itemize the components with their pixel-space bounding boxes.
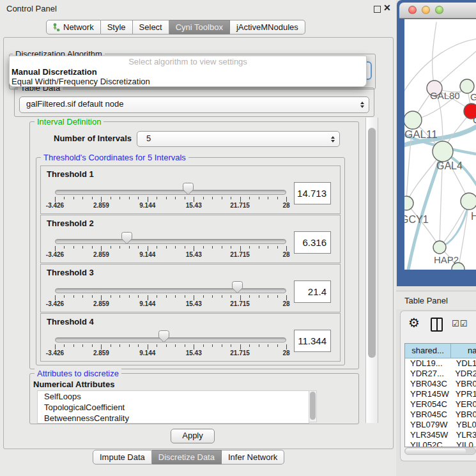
threshold-slider-thumb[interactable]	[158, 330, 169, 343]
threshold-slider-thumb[interactable]	[121, 232, 132, 245]
threshold-panel-3: Threshold 3-3.4262.8599.14415.4321.71528…	[40, 264, 341, 312]
bottom-tab-label: Infer Network	[228, 450, 277, 464]
column-header-name[interactable]: na	[451, 344, 476, 358]
slider-tick-label: 28	[282, 251, 289, 258]
tab-cyni-toolbox[interactable]: Cyni Toolbox	[169, 20, 230, 35]
number-of-intervals-label: Number of Intervals	[54, 134, 132, 143]
bottom-tab-discretize-data[interactable]: Discretize Data	[152, 450, 222, 464]
threshold-value-field[interactable]: 14.713	[294, 182, 331, 204]
table-row[interactable]: YDR27...YDR2	[405, 369, 476, 379]
slider-tick-label: 2.859	[93, 349, 109, 357]
cell-shared-name[interactable]: YDR27...	[405, 369, 454, 379]
network-node-hap2[interactable]	[433, 241, 446, 254]
apply-button[interactable]: Apply	[171, 429, 215, 443]
table-row[interactable]: YLR345WYLR3	[405, 430, 476, 440]
zoom-traffic-light[interactable]	[435, 6, 443, 14]
cell-name[interactable]: YDL1	[456, 358, 476, 369]
table-row[interactable]: YBR045CYBR0	[405, 410, 476, 420]
slider-tick-label: 28	[282, 300, 289, 307]
table-row[interactable]: YER054CYER0	[405, 399, 476, 410]
bottom-tab-impute-data[interactable]: Impute Data	[93, 450, 152, 464]
cell-shared-name[interactable]: YBR045C	[405, 410, 455, 420]
minimize-traffic-light[interactable]	[422, 6, 430, 14]
network-edge[interactable]	[433, 22, 436, 88]
tab-jactivemnodules[interactable]: jActiveMNodules	[230, 20, 305, 35]
table-row[interactable]: YIL052CYIL0	[405, 440, 476, 447]
combo-arrows-icon	[331, 136, 335, 142]
threshold-value-field[interactable]: 11.344	[294, 330, 331, 352]
attribute-item-topologicalcoefficient[interactable]: TopologicalCoefficient	[38, 402, 309, 413]
table-horizontal-scrollbar[interactable]	[404, 447, 476, 455]
network-node-h[interactable]	[461, 193, 476, 210]
slider-tick-label: 28	[282, 202, 289, 209]
cell-name[interactable]: YER0	[455, 399, 476, 410]
tab-style[interactable]: Style	[101, 20, 133, 35]
cell-name[interactable]: YIL0	[456, 440, 473, 447]
slider-ticks	[55, 344, 286, 350]
attribute-item-betweennesscentrality[interactable]: BetweennessCentrality	[38, 413, 309, 424]
number-of-intervals-value: 5	[146, 132, 151, 145]
cell-name[interactable]: YLR3	[456, 430, 476, 440]
column-header-shared-name[interactable]: shared...	[405, 344, 451, 358]
cell-shared-name[interactable]: YER054C	[405, 399, 455, 410]
close-traffic-light[interactable]	[408, 6, 417, 14]
table-row[interactable]: YPR145WYPR1	[405, 389, 476, 399]
algorithm-option-manual-discretization[interactable]: Manual Discretization	[10, 67, 366, 77]
cell-shared-name[interactable]: YIL052C	[405, 440, 456, 447]
close-icon[interactable]: ✕	[383, 3, 391, 13]
gear-icon[interactable]: ⚙	[408, 315, 420, 330]
node-label: GA	[470, 91, 476, 102]
table-header-row[interactable]: shared... na	[405, 344, 476, 358]
bottom-tab-label: Discretize Data	[158, 450, 215, 464]
network-node-gcy1[interactable]	[404, 196, 413, 210]
threshold-value-field[interactable]: 21.4	[294, 280, 331, 303]
algorithm-option-equal-width-frequency-discretization[interactable]: Equal Width/Frequency Discretization	[10, 77, 366, 86]
table-row[interactable]: YBL079WYBL0	[405, 420, 476, 430]
threshold-slider-track[interactable]	[55, 288, 286, 293]
cell-shared-name[interactable]: YBR043C	[405, 379, 455, 389]
threshold-slider-track[interactable]	[55, 190, 286, 195]
checkbox-icons[interactable]: ☑☑	[452, 319, 468, 328]
network-window-titlebar[interactable]	[399, 3, 476, 19]
attributes-list-scrollbar[interactable]	[309, 390, 317, 422]
bottom-tab-infer-network[interactable]: Infer Network	[222, 450, 284, 464]
cell-shared-name[interactable]: YBL079W	[405, 420, 456, 430]
cell-name[interactable]: YDR2	[454, 369, 476, 379]
slider-ticks	[55, 197, 286, 203]
network-node-gal11[interactable]	[404, 111, 422, 129]
threshold-slider-track[interactable]	[55, 239, 286, 244]
network-node-gal4[interactable]	[433, 141, 453, 162]
cell-name[interactable]: YBL0	[456, 420, 476, 430]
cell-name[interactable]: YPR1	[455, 389, 476, 399]
cell-shared-name[interactable]: YLR345W	[405, 430, 456, 440]
table-data-combobox[interactable]: galFiltered.sif default node	[19, 96, 369, 113]
tab-network[interactable]: Network	[46, 20, 101, 35]
cell-shared-name[interactable]: YPR145W	[405, 389, 455, 399]
node-label: GAL80	[430, 90, 460, 101]
slider-tick-label: 21.715	[230, 202, 250, 209]
split-columns-icon[interactable]	[431, 318, 443, 332]
table-row[interactable]: YDL19...YDL1	[405, 358, 476, 369]
threshold-panel-1: Threshold 1-3.4262.8599.14415.4321.71528…	[40, 165, 341, 214]
tab-select[interactable]: Select	[133, 20, 169, 35]
thresholds-group: Threshold 1-3.4262.8599.14415.4321.71528…	[36, 157, 345, 365]
cell-name[interactable]: YBR0	[455, 379, 476, 389]
attribute-item-selfloops[interactable]: SelfLoops	[38, 391, 309, 402]
tab-label: Select	[139, 20, 162, 34]
number-of-intervals-combobox[interactable]: 5	[137, 131, 340, 147]
threshold-slider-thumb[interactable]	[183, 183, 194, 196]
combo-arrows-icon	[360, 102, 364, 108]
panel-vertical-scrollbar[interactable]	[365, 118, 378, 423]
cell-shared-name[interactable]: YDL19...	[405, 358, 456, 369]
network-canvas[interactable]: GAL80GACGAL11GAL4GCY1HHAP2	[404, 19, 476, 270]
numerical-attributes-list[interactable]: SelfLoopsTopologicalCoefficientBetweenne…	[37, 390, 309, 424]
threshold-panel-4: Threshold 4-3.4262.8599.14415.4321.71528…	[40, 313, 341, 362]
threshold-slider-thumb[interactable]	[232, 281, 243, 294]
node-attribute-table[interactable]: shared... na YDL19...YDL1YDR27...YDR2YBR…	[404, 343, 476, 447]
threshold-value-field[interactable]: 6.316	[294, 231, 331, 254]
algorithm-placeholder-option[interactable]: Select algorithm to view settings	[10, 57, 366, 67]
float-icon[interactable]	[374, 6, 381, 13]
threshold-slider-track[interactable]	[55, 337, 286, 342]
cell-name[interactable]: YBR0	[455, 410, 476, 420]
table-row[interactable]: YBR043CYBR0	[405, 379, 476, 389]
